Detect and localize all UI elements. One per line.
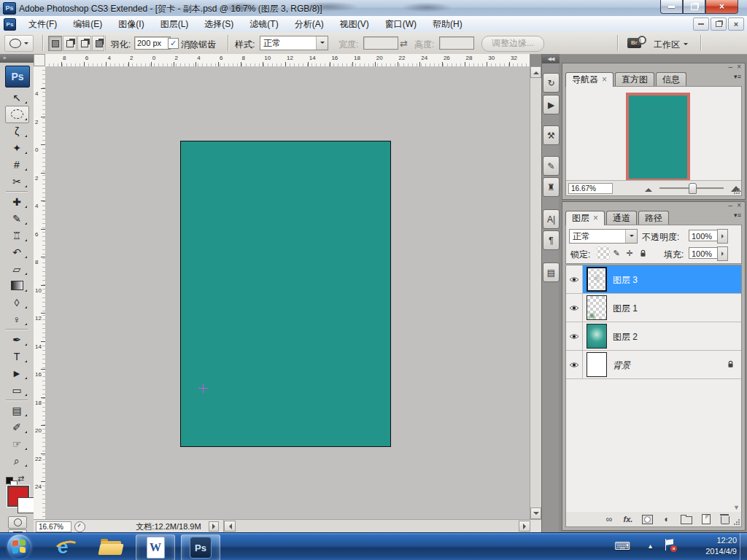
document-canvas[interactable] [180, 141, 391, 447]
layer-visibility-eye-icon[interactable] [566, 265, 583, 293]
input-method-icon[interactable]: ⌨ [614, 540, 630, 553]
workspace-button[interactable]: 工作区 [654, 39, 688, 51]
rectangle-tool[interactable]: ▭ [0, 381, 34, 398]
scroll-right-button[interactable] [519, 521, 530, 532]
tab-通道[interactable]: 通道 [606, 211, 637, 225]
swap-dimensions-icon[interactable]: ⇄ [400, 38, 408, 49]
dock-collapse-button[interactable]: ◀◀ [542, 54, 560, 63]
antialias-checkbox[interactable]: ✓ [168, 38, 179, 49]
navigator-zoom-input[interactable]: 16.67% [568, 183, 613, 194]
link-layers-button[interactable]: ∞ [604, 513, 614, 525]
actions-panel-icon[interactable]: ▶ [543, 95, 560, 114]
show-desktop-button[interactable] [740, 533, 747, 560]
layer-thumbnail[interactable] [587, 267, 607, 292]
add-to-selection-button[interactable] [63, 36, 77, 51]
panel-menu-icon[interactable]: ▾≡ [732, 212, 743, 225]
menu-item-编辑[interactable]: 编辑(E) [65, 16, 110, 32]
taskbar-word[interactable]: W [136, 534, 175, 560]
zoom-slider-thumb[interactable] [689, 183, 697, 194]
status-zoom-input[interactable]: 16.67% [36, 521, 71, 532]
doc-close-button[interactable]: × [728, 18, 744, 31]
move-tool[interactable]: ↖ [0, 89, 34, 106]
tab-直方图[interactable]: 直方图 [615, 72, 654, 87]
notes-tool[interactable]: ▤ [0, 402, 34, 419]
tab-close-icon[interactable]: × [602, 73, 607, 87]
blur-tool[interactable]: ◊ [0, 294, 34, 311]
slice-tool[interactable]: ✂ [0, 173, 34, 190]
canvas-area[interactable] [45, 66, 530, 519]
scroll-down-button[interactable] [530, 508, 541, 519]
zoom-tool[interactable]: ⌕ [0, 452, 34, 469]
menu-item-文件[interactable]: 文件(F) [20, 16, 65, 32]
refine-edge-button[interactable]: 调整边缘... [481, 36, 544, 52]
minimize-button[interactable] [660, 0, 683, 14]
panel-close-icon[interactable]: × [737, 63, 741, 72]
clone-stamp-tool[interactable]: ♖ [0, 227, 34, 244]
tool-presets-panel-icon[interactable]: ⚒ [543, 125, 560, 145]
layer-thumbnail[interactable] [587, 295, 607, 320]
new-group-button[interactable] [681, 513, 692, 525]
taskbar-clock[interactable]: 12:20 2014/4/9 [705, 535, 737, 557]
quick-mask-button[interactable] [8, 516, 27, 529]
tool-preset-picker[interactable] [4, 35, 34, 52]
add-layer-mask-button[interactable] [642, 513, 653, 525]
adjustment-layer-button[interactable]: ◐ [662, 513, 672, 525]
width-input[interactable] [363, 36, 398, 50]
layer-row-图层 1[interactable]: 图层 1 [566, 294, 741, 322]
quick-selection-tool[interactable]: ✦ [0, 139, 34, 156]
type-tool[interactable]: T [0, 348, 34, 365]
scroll-up-button[interactable] [530, 66, 541, 78]
horizontal-scrollbar[interactable] [223, 520, 530, 532]
menu-item-视图[interactable]: 视图(V) [332, 16, 377, 32]
lock-pixels-icon[interactable]: ✎ [610, 246, 623, 260]
feather-input[interactable]: 200 px [134, 36, 171, 50]
pen-tool[interactable]: ✒ [0, 331, 34, 348]
layer-row-图层 3[interactable]: 图层 3 [566, 265, 741, 294]
layer-visibility-eye-icon[interactable] [566, 294, 583, 322]
panel-minimize-icon[interactable]: – [729, 202, 733, 211]
healing-brush-tool[interactable]: ✚ [0, 193, 34, 210]
tab-路径[interactable]: 路径 [638, 211, 669, 225]
brush-tool[interactable]: ✎ [0, 210, 34, 227]
brushes-panel-icon[interactable]: ✎ [543, 156, 560, 176]
fill-input[interactable]: 100% [689, 247, 718, 259]
resize-grip[interactable] [733, 518, 740, 526]
eyedropper-tool[interactable]: ✐ [0, 419, 34, 435]
elliptical-marquee-tool[interactable] [0, 106, 34, 122]
taskbar-internet-explorer[interactable]: e [44, 534, 82, 559]
layer-visibility-eye-icon[interactable] [566, 322, 583, 350]
hand-tool[interactable]: ☞ [0, 435, 34, 452]
resize-grip[interactable] [733, 187, 740, 195]
delete-layer-button[interactable] [720, 513, 730, 525]
new-layer-button[interactable] [701, 513, 711, 525]
toolbox-collapse-button[interactable]: » [0, 54, 34, 63]
show-hidden-icons-button[interactable]: ▴ [649, 542, 652, 550]
navigator-proxy-view[interactable] [626, 93, 690, 182]
layer-name[interactable]: 图层 2 [613, 331, 638, 343]
panel-menu-icon[interactable]: ▾≡ [732, 74, 743, 87]
dodge-tool[interactable]: ♀ [0, 311, 34, 327]
menu-item-选择[interactable]: 选择(S) [196, 16, 241, 32]
taskbar-photoshop[interactable]: Ps [181, 534, 220, 560]
opacity-input[interactable]: 100% [689, 230, 718, 241]
opacity-spinner[interactable] [717, 229, 728, 244]
clone-source-panel-icon[interactable]: ♜ [543, 177, 560, 197]
eraser-tool[interactable]: ▱ [0, 260, 34, 277]
style-select[interactable]: 正常 [260, 36, 328, 50]
fill-spinner[interactable] [717, 246, 728, 261]
layer-name[interactable]: 背景 [613, 359, 630, 372]
tab-信息[interactable]: 信息 [656, 72, 686, 87]
vertical-scrollbar[interactable] [530, 66, 541, 519]
close-button[interactable]: × [705, 0, 738, 14]
menu-item-分析[interactable]: 分析(A) [287, 16, 332, 32]
tab-close-icon[interactable]: × [593, 211, 598, 225]
tab-导航器[interactable]: 导航器× [565, 72, 614, 87]
layer-thumbnail[interactable] [587, 324, 607, 349]
crop-tool[interactable]: # [0, 156, 34, 173]
layer-style-button[interactable]: fx. [623, 513, 633, 525]
menu-item-图层[interactable]: 图层(L) [152, 16, 197, 32]
doc-minimize-button[interactable] [693, 18, 709, 31]
lock-transparency-icon[interactable] [597, 246, 610, 260]
taskbar-file-explorer[interactable] [92, 534, 130, 559]
scroll-down-icon[interactable]: ▼ [733, 504, 740, 511]
